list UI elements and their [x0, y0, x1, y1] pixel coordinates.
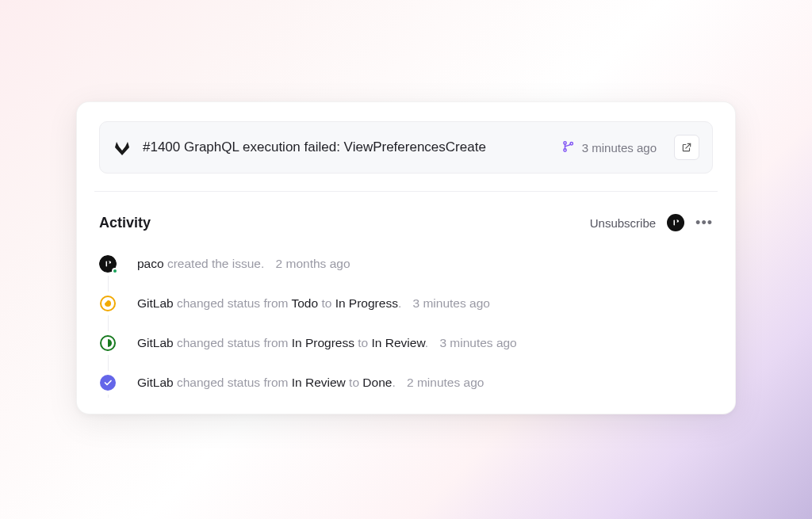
activity-text: GitLab changed status from In Progress t…: [137, 335, 517, 352]
more-menu-button[interactable]: •••: [695, 216, 713, 230]
online-indicator: [112, 268, 118, 274]
activity-node: [99, 255, 117, 273]
activity-mid: to: [354, 336, 372, 349]
activity-time: 2 months ago: [276, 257, 350, 270]
svg-rect-4: [106, 261, 108, 267]
unsubscribe-button[interactable]: Unsubscribe: [590, 216, 656, 230]
issue-time: 3 minutes ago: [582, 141, 657, 155]
activity-item: GitLab changed status from Todo to In Pr…: [99, 295, 713, 312]
status-done-icon: [100, 375, 116, 391]
status-from: In Progress: [292, 336, 354, 349]
activity-node: [99, 334, 117, 352]
activity-node: [99, 295, 117, 312]
activity-prefix: changed status from: [174, 296, 292, 310]
activity-controls: Unsubscribe •••: [590, 214, 713, 231]
actor-name: GitLab: [137, 336, 174, 349]
open-external-button[interactable]: [674, 135, 699, 160]
activity-suffix: .: [392, 376, 395, 389]
activity-text: GitLab changed status from Todo to In Pr…: [137, 296, 490, 312]
activity-list: paco created the issue. 2 months ago Git…: [99, 255, 713, 391]
activity-item: GitLab changed status from In Progress t…: [99, 334, 713, 352]
gitlab-icon: [113, 138, 132, 157]
activity-prefix: changed status from: [174, 376, 292, 389]
issue-card: #1400 GraphQL execution failed: ViewPref…: [76, 101, 736, 414]
activity-text: GitLab changed status from In Review to …: [137, 375, 484, 391]
activity-header: Activity Unsubscribe •••: [99, 214, 713, 231]
activity-text: paco created the issue. 2 months ago: [137, 256, 350, 273]
activity-node: [99, 374, 117, 391]
issue-title: #1400 GraphQL execution failed: ViewPref…: [143, 139, 550, 155]
status-to: In Review: [372, 336, 425, 349]
status-to: In Progress: [335, 296, 398, 310]
svg-rect-3: [674, 220, 676, 226]
activity-mid: to: [346, 376, 363, 389]
branch-icon: [561, 139, 576, 156]
activity-prefix: changed status from: [174, 336, 292, 349]
actor-name: GitLab: [137, 296, 174, 310]
status-progress-icon: [100, 335, 116, 351]
activity-time: 3 minutes ago: [439, 336, 516, 349]
activity-verb: created the issue.: [164, 257, 265, 270]
actor-name: paco: [137, 257, 164, 270]
activity-heading: Activity: [99, 215, 151, 231]
activity-time: 3 minutes ago: [413, 296, 490, 310]
activity-suffix: .: [425, 336, 428, 349]
issue-title-value: GraphQL execution failed: ViewPreference…: [184, 139, 486, 155]
activity-item: GitLab changed status from In Review to …: [99, 374, 713, 391]
divider: [94, 191, 718, 192]
activity-item: paco created the issue. 2 months ago: [99, 255, 713, 273]
user-avatar-mini[interactable]: [667, 214, 684, 231]
actor-name: GitLab: [137, 376, 174, 389]
status-todo-icon: [100, 296, 116, 311]
activity-mid: to: [318, 296, 335, 310]
status-from: Todo: [291, 296, 318, 310]
activity-time: 2 minutes ago: [407, 376, 484, 389]
issue-meta: 3 minutes ago: [561, 139, 657, 156]
activity-suffix: .: [398, 296, 401, 310]
status-to: Done: [362, 376, 392, 389]
status-from: In Review: [292, 376, 346, 389]
issue-header: #1400 GraphQL execution failed: ViewPref…: [99, 121, 713, 174]
issue-number: #1400: [143, 139, 180, 155]
